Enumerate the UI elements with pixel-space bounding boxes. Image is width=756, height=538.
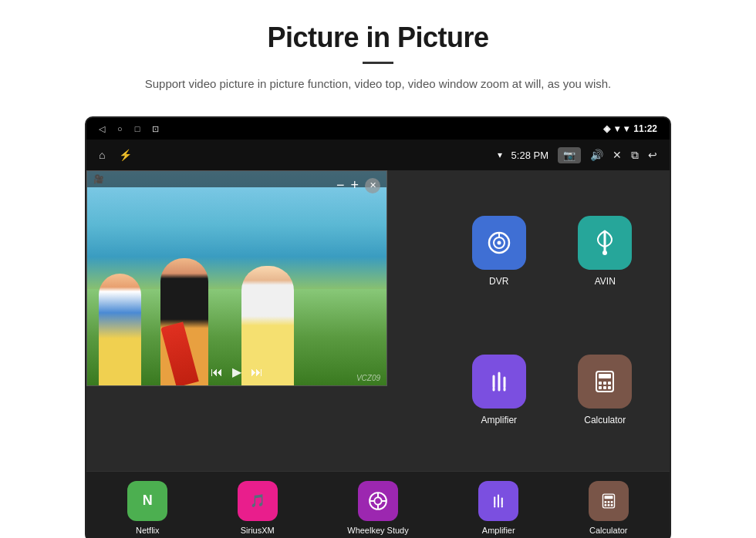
svg-point-26 bbox=[374, 497, 381, 504]
window-icon[interactable]: ⧉ bbox=[631, 149, 639, 162]
usb-icon[interactable]: ⚡ bbox=[119, 149, 132, 161]
svg-rect-41 bbox=[604, 504, 606, 506]
netflix-bottom-icon: N bbox=[127, 481, 167, 521]
wifi-icon: ▾ bbox=[615, 123, 619, 134]
amplifier-app-label: Amplifier bbox=[481, 415, 517, 425]
page-subtitle: Support video picture in picture functio… bbox=[116, 75, 640, 93]
camera-button[interactable]: 📷 bbox=[558, 147, 581, 163]
svg-rect-40 bbox=[610, 501, 613, 503]
pip-watermark: VCZ09 bbox=[356, 374, 380, 382]
pip-rewind-button[interactable]: ⏮ bbox=[211, 365, 223, 379]
siriusxm-bottom-icon: 🎵 bbox=[238, 481, 278, 521]
pip-video-background: VCZ09 bbox=[87, 171, 386, 385]
netflix-bottom-item[interactable]: N Netflix bbox=[127, 481, 167, 535]
toolbar-left: ⌂ ⚡ bbox=[99, 149, 132, 161]
device-frame: ◁ ○ □ ⊡ ◈ ▾ ▾ 11:22 ⌂ ⚡ ▾ 5:28 PM 📷 🔊 ✕ … bbox=[85, 116, 671, 538]
pip-camera-icon: 🎥 bbox=[93, 174, 104, 184]
pip-close-icon: ✕ bbox=[370, 180, 376, 190]
home-nav-icon[interactable]: ○ bbox=[117, 124, 123, 133]
amplifier-bottom-svg bbox=[488, 491, 508, 511]
page-title: Picture in Picture bbox=[46, 22, 710, 54]
amplifier-icon-svg bbox=[484, 367, 514, 396]
person-1 bbox=[99, 274, 141, 385]
app-toolbar: ⌂ ⚡ ▾ 5:28 PM 📷 🔊 ✕ ⧉ ↩ bbox=[86, 140, 670, 170]
status-time: 11:22 bbox=[633, 123, 657, 134]
calculator-bottom-svg bbox=[599, 491, 619, 511]
back-icon[interactable]: ↩ bbox=[648, 149, 657, 161]
close-icon[interactable]: ✕ bbox=[613, 149, 622, 161]
calculator-app-cell[interactable]: Calculator bbox=[556, 324, 655, 456]
svg-rect-21 bbox=[608, 382, 611, 385]
svg-rect-38 bbox=[604, 501, 606, 503]
wifi-small-icon: ▾ bbox=[498, 150, 502, 160]
amplifier-app-cell[interactable]: Amplifier bbox=[450, 324, 548, 456]
amplifier-bottom-icon bbox=[478, 481, 518, 521]
pip-close-button[interactable]: ✕ bbox=[365, 178, 380, 193]
status-bar: ◁ ○ □ ⊡ ◈ ▾ ▾ 11:22 bbox=[86, 118, 670, 140]
toolbar-time: 5:28 PM bbox=[511, 150, 548, 161]
app-content: VCZ09 🎥 − + ✕ ⏮ ▶ ⏭ bbox=[86, 170, 670, 471]
calculator-bottom-icon bbox=[589, 481, 629, 521]
page-header: Picture in Picture Support video picture… bbox=[0, 0, 756, 107]
svg-rect-23 bbox=[603, 386, 606, 389]
title-divider bbox=[363, 62, 393, 64]
svg-rect-18 bbox=[599, 374, 611, 378]
siriusxm-bottom-label: SiriusXM bbox=[241, 526, 275, 535]
svg-rect-39 bbox=[607, 501, 609, 503]
calculator-app-icon bbox=[578, 355, 632, 409]
svg-rect-37 bbox=[604, 496, 613, 499]
signal-icon: ▾ bbox=[624, 123, 629, 134]
status-bar-nav: ◁ ○ □ ⊡ bbox=[99, 124, 159, 134]
amplifier-app-icon bbox=[472, 355, 526, 409]
svg-rect-19 bbox=[599, 382, 602, 385]
photo-nav-icon[interactable]: ⊡ bbox=[152, 124, 159, 134]
svg-rect-22 bbox=[599, 386, 602, 389]
calculator-app-label: Calculator bbox=[584, 415, 626, 425]
bottom-apps-row: N Netflix 🎵 SiriusXM Whe bbox=[86, 471, 670, 538]
volume-icon[interactable]: 🔊 bbox=[590, 149, 603, 161]
pip-forward-button[interactable]: ⏭ bbox=[251, 365, 263, 379]
back-nav-icon[interactable]: ◁ bbox=[99, 124, 105, 134]
svg-rect-42 bbox=[607, 504, 609, 506]
status-bar-system: ◈ ▾ ▾ 11:22 bbox=[603, 123, 657, 134]
svg-rect-20 bbox=[603, 382, 606, 385]
pip-playback-controls: ⏮ ▶ ⏭ bbox=[211, 365, 263, 379]
pip-play-button[interactable]: ▶ bbox=[232, 365, 241, 379]
netflix-bottom-label: Netflix bbox=[136, 526, 160, 535]
wheelkey-bottom-svg bbox=[367, 490, 389, 512]
pip-plus-button[interactable]: + bbox=[350, 177, 359, 193]
amplifier-bottom-item[interactable]: Amplifier bbox=[478, 481, 518, 535]
wheelkey-bottom-label: Wheelkey Study bbox=[347, 526, 408, 535]
wheelkey-bottom-item[interactable]: Wheelkey Study bbox=[347, 481, 408, 535]
calculator-bottom-label: Calculator bbox=[589, 526, 628, 535]
location-icon: ◈ bbox=[603, 123, 610, 134]
svg-rect-24 bbox=[608, 386, 611, 389]
recent-nav-icon[interactable]: □ bbox=[135, 124, 140, 133]
wheelkey-bottom-icon bbox=[358, 481, 398, 521]
calculator-bottom-item[interactable]: Calculator bbox=[589, 481, 629, 535]
siriusxm-bottom-item[interactable]: 🎵 SiriusXM bbox=[238, 481, 278, 535]
pip-resize-controls: − + ✕ bbox=[336, 177, 380, 193]
pip-video-overlay[interactable]: VCZ09 🎥 − + ✕ ⏮ ▶ ⏭ bbox=[86, 170, 387, 386]
pip-minus-button[interactable]: − bbox=[336, 177, 345, 193]
home-icon[interactable]: ⌂ bbox=[99, 149, 105, 161]
calculator-icon-svg bbox=[590, 367, 619, 396]
amplifier-bottom-label: Amplifier bbox=[482, 526, 515, 535]
avin-app-label: AVIN bbox=[595, 276, 616, 287]
toolbar-right: ▾ 5:28 PM 📷 🔊 ✕ ⧉ ↩ bbox=[498, 147, 657, 163]
dvr-app-label: DVR bbox=[489, 276, 508, 287]
svg-rect-43 bbox=[610, 504, 613, 506]
